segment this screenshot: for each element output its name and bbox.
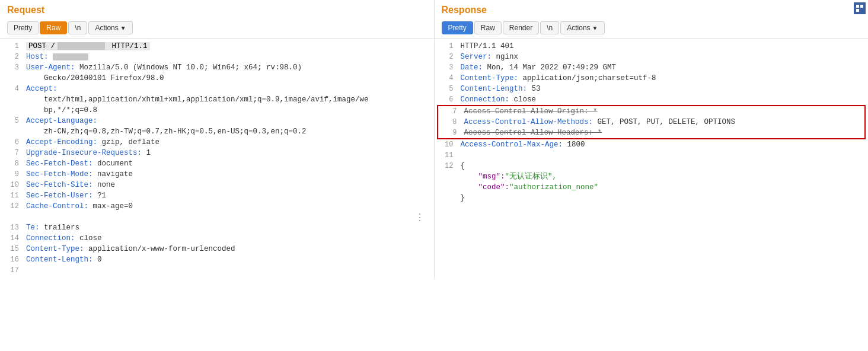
request-toolbar: Pretty Raw \n Actions ▼ bbox=[0, 19, 434, 39]
response-title: Response bbox=[435, 5, 869, 19]
table-row: 8 Access-Control-Allow-Methods: GET, POS… bbox=[438, 117, 865, 127]
table-row: 13 Te: trailers bbox=[0, 222, 434, 233]
table-row: 5 Content-Length: 53 bbox=[435, 84, 869, 94]
request-n-button[interactable]: \n bbox=[68, 21, 87, 34]
request-raw-button[interactable]: Raw bbox=[40, 21, 67, 34]
response-actions-button[interactable]: Actions ▼ bbox=[560, 21, 604, 34]
request-title: Request bbox=[0, 5, 434, 19]
table-row: 15 Content-Type: application/x-www-form-… bbox=[0, 244, 434, 254]
table-row: Gecko/20100101 Firefox/98.0 bbox=[0, 73, 434, 84]
table-row: 9 Access-Control-Allow-Headers: * bbox=[438, 127, 865, 138]
table-row: 12 Cache-Control: max-age=0 bbox=[0, 201, 434, 212]
table-row: 11 Sec-Fetch-User: ?1 bbox=[0, 190, 434, 201]
table-row: } bbox=[435, 193, 869, 203]
table-row: "msg":"无认证标识", bbox=[435, 171, 869, 182]
table-row: 6 Accept-Encoding: gzip, deflate bbox=[0, 137, 434, 148]
table-row: text/html,application/xhtml+xml,applicat… bbox=[0, 94, 434, 105]
response-raw-button[interactable]: Raw bbox=[474, 21, 502, 34]
table-row: 1 POST / HTTP/1.1 bbox=[0, 41, 434, 52]
response-pretty-button[interactable]: Pretty bbox=[442, 21, 473, 34]
table-row: 2 Server: nginx bbox=[435, 52, 869, 62]
table-row: 7 Access-Control-Allow-Origin: * bbox=[438, 106, 865, 117]
table-row: 16 Content-Length: 0 bbox=[0, 254, 434, 265]
scroll-indicator: ⋮ bbox=[0, 212, 434, 222]
request-code-area: 1 POST / HTTP/1.1 2 Host: 3 User-Agent: … bbox=[0, 39, 434, 278]
svg-rect-0 bbox=[856, 5, 859, 8]
response-render-button[interactable]: Render bbox=[503, 21, 539, 34]
table-row: 12 { bbox=[435, 161, 869, 171]
table-row: 3 User-Agent: Mozilla/5.0 (Windows NT 10… bbox=[0, 62, 434, 73]
table-row: 6 Connection: close bbox=[435, 94, 869, 105]
table-row: bp,*/*;q=0.8 bbox=[0, 105, 434, 116]
corner-icon bbox=[854, 2, 866, 14]
table-row: 4 Content-Type: application/json;charset… bbox=[435, 73, 869, 84]
table-row: zh-CN,zh;q=0.8,zh-TW;q=0.7,zh-HK;q=0.5,e… bbox=[0, 126, 434, 137]
table-row: 11 bbox=[435, 150, 869, 161]
table-row: 10 Sec-Fetch-Site: none bbox=[0, 180, 434, 190]
table-row: "code":"authorization_none" bbox=[435, 182, 869, 193]
table-row: 3 Date: Mon, 14 Mar 2022 07:49:29 GMT bbox=[435, 62, 869, 73]
response-toolbar: Pretty Raw Render \n Actions ▼ bbox=[435, 19, 869, 39]
request-actions-arrow-icon: ▼ bbox=[120, 25, 126, 31]
table-row: 17 bbox=[0, 265, 434, 276]
svg-rect-1 bbox=[860, 5, 863, 8]
response-n-button[interactable]: \n bbox=[540, 21, 559, 34]
request-pretty-button[interactable]: Pretty bbox=[7, 21, 39, 34]
table-row: 14 Connection: close bbox=[0, 233, 434, 244]
table-row: 8 Sec-Fetch-Dest: document bbox=[0, 158, 434, 169]
request-panel: Request Pretty Raw \n Actions ▼ 1 POST /… bbox=[0, 0, 435, 278]
highlighted-section: 7 Access-Control-Allow-Origin: * 8 Acces… bbox=[437, 105, 866, 139]
svg-rect-2 bbox=[856, 9, 859, 12]
response-actions-arrow-icon: ▼ bbox=[592, 25, 598, 31]
table-row: 10 Access-Control-Max-Age: 1800 bbox=[435, 139, 869, 150]
table-row: 7 Upgrade-Insecure-Requests: 1 bbox=[0, 148, 434, 158]
table-row: 4 Accept: bbox=[0, 84, 434, 94]
table-row: 2 Host: bbox=[0, 52, 434, 62]
table-row: 5 Accept-Language: bbox=[0, 116, 434, 126]
response-panel: Response Pretty Raw Render \n Actions ▼ … bbox=[435, 0, 869, 278]
request-actions-button[interactable]: Actions ▼ bbox=[88, 21, 132, 34]
table-row: 9 Sec-Fetch-Mode: navigate bbox=[0, 169, 434, 180]
table-row: 1 HTTP/1.1 401 bbox=[435, 41, 869, 52]
response-code-area: 1 HTTP/1.1 401 2 Server: nginx 3 Date: M… bbox=[435, 39, 869, 278]
